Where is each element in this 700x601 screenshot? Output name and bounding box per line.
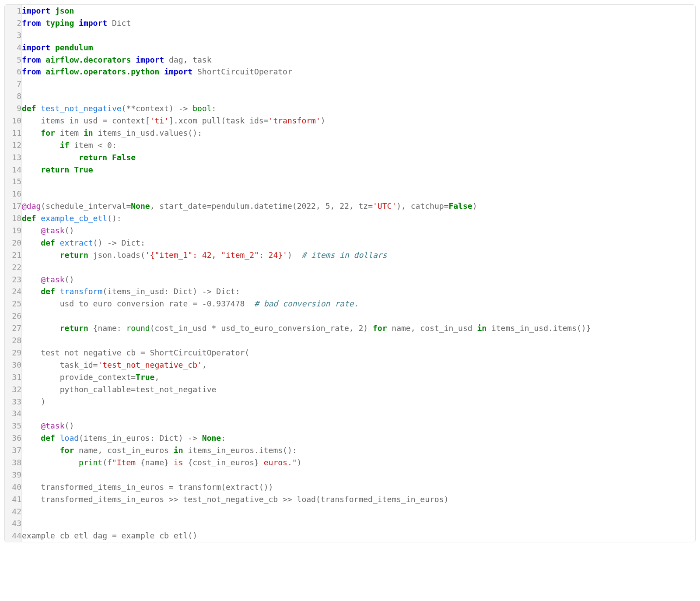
code-content[interactable] (22, 506, 696, 518)
code-block: 1import json2from typing import Dict3 4i… (4, 4, 696, 542)
code-line: 30 task_id='test_not_negative_cb', (5, 359, 695, 371)
line-number: 18 (5, 212, 22, 225)
code-content[interactable] (22, 261, 696, 274)
code-content[interactable]: import pendulum (22, 42, 696, 54)
code-content[interactable]: usd_to_euro_conversion_rate = -0.937478 … (22, 298, 696, 310)
code-content[interactable]: from typing import Dict (22, 17, 696, 29)
code-line: 33 ) (5, 396, 695, 408)
code-content[interactable] (22, 176, 696, 188)
code-content[interactable]: provide_context=True, (22, 371, 696, 383)
code-content[interactable] (22, 334, 696, 347)
code-content[interactable]: test_not_negative_cb = ShortCircuitOpera… (22, 347, 696, 359)
code-content[interactable]: @task() (22, 274, 696, 286)
code-content[interactable] (22, 517, 696, 530)
code-content[interactable]: task_id='test_not_negative_cb', (22, 359, 696, 371)
code-line: 3 (5, 29, 695, 42)
code-content[interactable]: return True (22, 164, 696, 176)
code-content[interactable]: @task() (22, 225, 696, 237)
line-number: 3 (5, 29, 22, 42)
line-number: 33 (5, 396, 22, 408)
code-table: 1import json2from typing import Dict3 4i… (5, 5, 695, 542)
code-content[interactable]: return False (22, 151, 696, 164)
code-content[interactable] (22, 29, 696, 42)
line-number: 41 (5, 493, 22, 506)
code-content[interactable] (22, 188, 696, 200)
code-line: 43 (5, 517, 695, 530)
line-number: 6 (5, 66, 22, 78)
line-number: 23 (5, 274, 22, 286)
code-content[interactable]: return {name: round(cost_in_usd * usd_to… (22, 322, 696, 334)
code-content[interactable]: if item < 0: (22, 139, 696, 151)
code-line: 14 return True (5, 164, 695, 176)
line-number: 22 (5, 261, 22, 274)
code-line: 23 @task() (5, 274, 695, 286)
code-content[interactable]: def example_cb_etl(): (22, 212, 696, 225)
code-content[interactable]: transformed_items_in_euros >> test_not_n… (22, 493, 696, 506)
code-line: 37 for name, cost_in_euros in items_in_e… (5, 444, 695, 457)
line-number: 42 (5, 506, 22, 518)
code-line: 9def test_not_negative(**context) -> boo… (5, 102, 695, 115)
code-content[interactable]: def load(items_in_euros: Dict) -> None: (22, 432, 696, 444)
code-line: 35 @task() (5, 420, 695, 432)
code-content[interactable] (22, 78, 696, 90)
code-line: 24 def transform(items_in_usd: Dict) -> … (5, 285, 695, 298)
line-number: 1 (5, 5, 22, 17)
code-content[interactable]: @task() (22, 420, 696, 432)
code-content[interactable]: from airflow.decorators import dag, task (22, 54, 696, 66)
line-number: 28 (5, 334, 22, 347)
line-number: 17 (5, 200, 22, 212)
code-line: 12 if item < 0: (5, 139, 695, 151)
code-content[interactable] (22, 408, 696, 420)
line-number: 27 (5, 322, 22, 334)
code-content[interactable]: transformed_items_in_euros = transform(e… (22, 481, 696, 493)
line-number: 36 (5, 432, 22, 444)
code-line: 44example_cb_etl_dag = example_cb_etl() (5, 530, 695, 542)
line-number: 11 (5, 127, 22, 139)
code-line: 10 items_in_usd = context['ti'].xcom_pul… (5, 115, 695, 127)
line-number: 21 (5, 249, 22, 261)
code-content[interactable] (22, 90, 696, 102)
code-content[interactable]: return json.loads('{"item_1": 42, "item_… (22, 249, 696, 261)
code-line: 13 return False (5, 151, 695, 164)
code-line: 27 return {name: round(cost_in_usd * usd… (5, 322, 695, 334)
line-number: 12 (5, 139, 22, 151)
code-content[interactable]: ) (22, 396, 696, 408)
code-line: 11 for item in items_in_usd.values(): (5, 127, 695, 139)
code-line: 17@dag(schedule_interval=None, start_dat… (5, 200, 695, 212)
code-line: 8 (5, 90, 695, 102)
code-line: 39 (5, 469, 695, 481)
code-content[interactable] (22, 469, 696, 481)
code-content[interactable]: for name, cost_in_euros in items_in_euro… (22, 444, 696, 457)
code-line: 15 (5, 176, 695, 188)
code-content[interactable]: def test_not_negative(**context) -> bool… (22, 102, 696, 115)
line-number: 16 (5, 188, 22, 200)
code-line: 36 def load(items_in_euros: Dict) -> Non… (5, 432, 695, 444)
code-content[interactable]: def extract() -> Dict: (22, 237, 696, 249)
code-content[interactable]: import json (22, 5, 696, 17)
line-number: 38 (5, 457, 22, 469)
line-number: 10 (5, 115, 22, 127)
code-content[interactable] (22, 310, 696, 322)
code-content[interactable]: def transform(items_in_usd: Dict) -> Dic… (22, 285, 696, 298)
code-line: 26 (5, 310, 695, 322)
line-number: 26 (5, 310, 22, 322)
line-number: 13 (5, 151, 22, 164)
code-content[interactable]: @dag(schedule_interval=None, start_date=… (22, 200, 696, 212)
line-number: 9 (5, 102, 22, 115)
code-content[interactable]: print(f"Item {name} is {cost_in_euros} e… (22, 457, 696, 469)
code-line: 40 transformed_items_in_euros = transfor… (5, 481, 695, 493)
code-line: 25 usd_to_euro_conversion_rate = -0.9374… (5, 298, 695, 310)
code-content[interactable]: items_in_usd = context['ti'].xcom_pull(t… (22, 115, 696, 127)
code-line: 32 python_callable=test_not_negative (5, 383, 695, 396)
line-number: 4 (5, 42, 22, 54)
line-number: 32 (5, 383, 22, 396)
code-line: 2from typing import Dict (5, 17, 695, 29)
code-content[interactable]: example_cb_etl_dag = example_cb_etl() (22, 530, 696, 542)
line-number: 2 (5, 17, 22, 29)
code-content[interactable]: python_callable=test_not_negative (22, 383, 696, 396)
code-content[interactable]: for item in items_in_usd.values(): (22, 127, 696, 139)
code-content[interactable]: from airflow.operators.python import Sho… (22, 66, 696, 78)
code-line: 1import json (5, 5, 695, 17)
line-number: 39 (5, 469, 22, 481)
line-number: 20 (5, 237, 22, 249)
